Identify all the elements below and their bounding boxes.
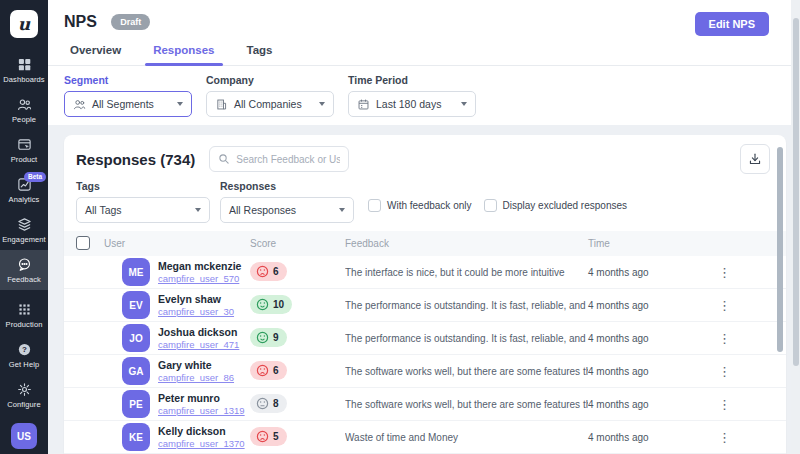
row-menu-button[interactable]: ⋮ <box>688 265 731 280</box>
responses-filter: Responses All Responses <box>220 180 354 223</box>
sidebar-item-product[interactable]: Product <box>0 130 48 170</box>
time-text: 4 months ago <box>588 366 688 377</box>
user-cell: PE Peter munro campfire_user_1319 <box>104 390 250 418</box>
checkbox-group: With feedback only Display excluded resp… <box>368 199 627 212</box>
sidebar-item-label: Get Help <box>9 360 39 369</box>
page-scrollbar-thumb[interactable] <box>793 18 799 366</box>
user-cell: EV Evelyn shaw campfire_user_30 <box>104 291 250 319</box>
sidebar: u Dashboards People Product Beta Analyti… <box>0 0 48 454</box>
responses-filter-select[interactable]: All Responses <box>220 197 354 223</box>
user-link[interactable]: campfire_user_1319 <box>158 405 245 417</box>
checkbox-with-feedback-only[interactable]: With feedback only <box>368 199 472 212</box>
sidebar-item-dashboards[interactable]: Dashboards <box>0 50 48 90</box>
column-feedback: Feedback <box>345 238 588 249</box>
chevron-down-icon <box>195 208 201 212</box>
search-input[interactable] <box>236 154 340 165</box>
feedback-text: The software works well, but there are s… <box>345 366 588 377</box>
sentiment-face-icon <box>256 430 269 443</box>
sidebar-item-production[interactable]: Production <box>0 295 48 335</box>
panel-header: Responses (734) <box>64 135 786 178</box>
table-row: PE Peter munro campfire_user_1319 8 The … <box>64 388 786 421</box>
sidebar-item-analytics[interactable]: Beta Analytics <box>0 170 48 210</box>
score-badge: 10 <box>250 295 292 314</box>
analytics-icon: Beta <box>16 176 32 192</box>
search-icon <box>218 153 230 165</box>
chevron-down-icon <box>461 102 467 106</box>
sidebar-item-feedback[interactable]: Feedback <box>0 250 48 290</box>
user-cell: JO Joshua dickson campfire_user_471 <box>104 324 250 352</box>
score-badge: 8 <box>250 394 287 413</box>
user-name: Megan mckenzie <box>158 260 241 273</box>
user-name: Joshua dickson <box>158 326 239 339</box>
sidebar-item-configure[interactable]: Configure <box>0 375 48 415</box>
user-link[interactable]: campfire_user_86 <box>158 372 234 384</box>
tab-responses[interactable]: Responses <box>151 44 216 65</box>
user-name: Peter munro <box>158 392 245 405</box>
user-cell: KE Kelly dickson campfire_user_1370 <box>104 423 250 451</box>
dashboards-icon <box>16 56 32 72</box>
score-badge: 5 <box>250 427 287 446</box>
user-link[interactable]: campfire_user_570 <box>158 273 241 285</box>
row-menu-button[interactable]: ⋮ <box>688 430 731 445</box>
column-time: Time <box>588 238 688 249</box>
checkbox-label: Display excluded responses <box>503 200 628 211</box>
user-avatar[interactable]: US <box>11 423 37 449</box>
download-button[interactable] <box>740 144 770 174</box>
production-icon <box>16 301 32 317</box>
score-value: 6 <box>273 266 279 277</box>
checkbox[interactable] <box>368 199 381 212</box>
edit-nps-button[interactable]: Edit NPS <box>695 12 769 36</box>
user-link[interactable]: campfire_user_30 <box>158 306 234 318</box>
page-header: NPS Draft Edit NPS <box>48 0 791 44</box>
tab-tags[interactable]: Tags <box>245 44 275 65</box>
feedback-text: The performance is outstanding. It is fa… <box>345 333 588 344</box>
panel-scrollbar-thumb[interactable] <box>777 147 783 352</box>
sidebar-item-get-help[interactable]: ? Get Help <box>0 335 48 375</box>
page-scrollbar <box>791 0 800 454</box>
user-link[interactable]: campfire_user_471 <box>158 339 239 351</box>
sidebar-item-people[interactable]: People <box>0 90 48 130</box>
calendar-icon <box>357 98 370 111</box>
avatar: GA <box>122 357 150 385</box>
sidebar-item-engagement[interactable]: Engagement <box>0 210 48 250</box>
tags-filter: Tags All Tags <box>76 180 210 223</box>
row-menu-button[interactable]: ⋮ <box>688 331 731 346</box>
avatar: KE <box>122 423 150 451</box>
sidebar-item-label: Dashboards <box>3 75 44 84</box>
filter-select[interactable]: All Companies <box>206 91 334 117</box>
user-cell: ME Megan mckenzie campfire_user_570 <box>104 258 250 286</box>
sidebar-nav-top: Dashboards People Product Beta Analytics… <box>0 50 48 290</box>
filter-select[interactable]: All Segments <box>64 91 192 117</box>
get-help-icon: ? <box>16 341 32 357</box>
page-title: NPS <box>64 13 97 31</box>
search-box[interactable] <box>209 146 349 172</box>
sidebar-nav-bottom: Production ? Get Help Configure <box>0 295 48 415</box>
feedback-text: Waste of time and Money <box>345 432 588 443</box>
content-background: Responses (734) Tags All T <box>48 125 791 454</box>
svg-text:?: ? <box>22 345 27 354</box>
filter-select[interactable]: Last 180 days <box>348 91 476 117</box>
people-icon <box>16 96 32 112</box>
user-name: Evelyn shaw <box>158 293 234 306</box>
avatar: EV <box>122 291 150 319</box>
avatar: JO <box>122 324 150 352</box>
select-all-checkbox[interactable] <box>76 236 90 250</box>
user-name: Gary white <box>158 359 234 372</box>
beta-badge: Beta <box>24 172 46 182</box>
tags-filter-label: Tags <box>76 180 210 192</box>
checkbox[interactable] <box>484 199 497 212</box>
row-menu-button[interactable]: ⋮ <box>688 364 731 379</box>
score-badge: 6 <box>250 361 287 380</box>
tags-filter-select[interactable]: All Tags <box>76 197 210 223</box>
panel-title: Responses (734) <box>76 151 195 168</box>
row-menu-button[interactable]: ⋮ <box>688 397 731 412</box>
row-menu-button[interactable]: ⋮ <box>688 298 731 313</box>
user-link[interactable]: campfire_user_1370 <box>158 438 245 450</box>
userpilot-logo[interactable]: u <box>10 10 38 38</box>
tags-filter-value: All Tags <box>85 204 122 216</box>
sidebar-item-label: People <box>12 115 36 124</box>
table-row: KE Kelly dickson campfire_user_1370 5 Wa… <box>64 421 786 454</box>
tab-overview[interactable]: Overview <box>68 44 123 65</box>
time-text: 4 months ago <box>588 267 688 278</box>
checkbox-display-excluded-responses[interactable]: Display excluded responses <box>484 199 628 212</box>
